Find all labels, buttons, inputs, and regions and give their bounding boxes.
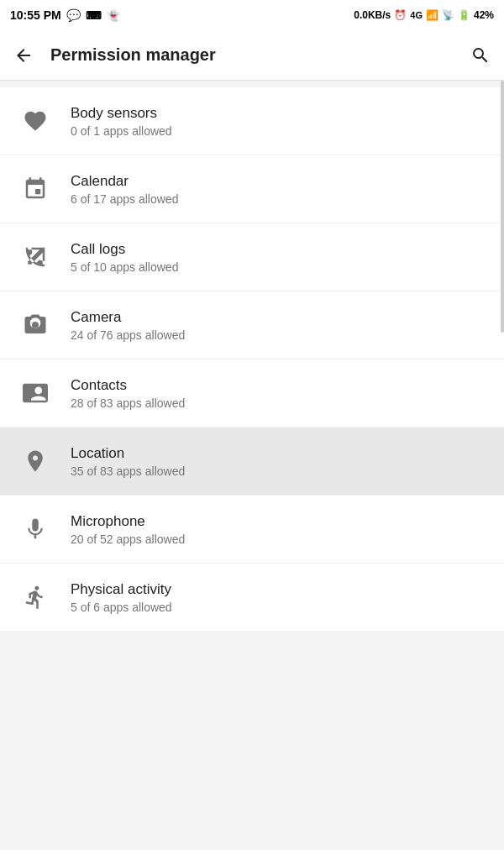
scroll-indicator[interactable] [501,81,504,333]
body-sensors-icon [17,102,54,139]
page-title: Permission manager [50,45,454,65]
body-sensors-desc: 0 of 1 apps allowed [71,124,172,138]
battery-percent: 42% [474,9,494,21]
contacts-icon [17,375,54,412]
permission-item-body-sensors[interactable]: Body sensors 0 of 1 apps allowed [0,87,504,155]
network-type-icon: 4G [410,10,423,20]
camera-icon [17,307,54,344]
contacts-desc: 28 of 83 apps allowed [71,396,185,410]
alarm-icon: ⏰ [394,9,407,21]
permission-list: Body sensors 0 of 1 apps allowed Calenda… [0,87,504,631]
calendar-text: Calendar 6 of 17 apps allowed [71,173,178,206]
physical-activity-name: Physical activity [71,581,172,598]
permission-item-calendar[interactable]: Calendar 6 of 17 apps allowed [0,155,504,223]
contacts-name: Contacts [71,377,185,394]
status-bar: 10:55 PM 💬 ⌨ 👻 0.0KB/s ⏰ 4G 📶 📡 🔋 42% [0,0,504,30]
calendar-desc: 6 of 17 apps allowed [71,192,178,206]
keyboard-icon: ⌨ [86,9,102,22]
signal-icon: 📶 [426,9,438,21]
wifi-icon: 📡 [442,9,454,21]
contacts-text: Contacts 28 of 83 apps allowed [71,377,185,410]
body-sensors-name: Body sensors [71,105,172,122]
call-logs-text: Call logs 5 of 10 apps allowed [71,241,178,274]
camera-text: Camera 24 of 76 apps allowed [71,309,185,342]
permission-item-call-logs[interactable]: Call logs 5 of 10 apps allowed [0,223,504,291]
location-icon [17,443,54,480]
call-logs-icon [17,239,54,275]
search-button[interactable] [470,45,491,66]
permission-item-location[interactable]: Location 35 of 83 apps allowed [0,428,504,496]
microphone-text: Microphone 20 of 52 apps allowed [71,513,185,546]
permission-item-contacts[interactable]: Contacts 28 of 83 apps allowed [0,359,504,428]
status-right: 0.0KB/s ⏰ 4G 📶 📡 🔋 42% [354,9,494,21]
microphone-name: Microphone [71,513,185,530]
physical-activity-text: Physical activity 5 of 6 apps allowed [71,581,172,614]
call-logs-name: Call logs [71,241,178,258]
status-time: 10:55 PM [10,8,61,22]
snapchat-icon: 👻 [107,9,120,22]
network-speed: 0.0KB/s [354,9,391,21]
header: Permission manager [0,30,504,81]
back-button[interactable] [13,45,34,66]
location-text: Location 35 of 83 apps allowed [71,445,185,478]
permission-item-microphone[interactable]: Microphone 20 of 52 apps allowed [0,496,504,564]
status-left: 10:55 PM 💬 ⌨ 👻 [10,8,120,22]
call-logs-desc: 5 of 10 apps allowed [71,260,178,274]
body-sensors-text: Body sensors 0 of 1 apps allowed [71,105,172,138]
calendar-icon [17,171,54,207]
location-desc: 35 of 83 apps allowed [71,464,185,478]
microphone-desc: 20 of 52 apps allowed [71,533,185,546]
camera-name: Camera [71,309,185,326]
camera-desc: 24 of 76 apps allowed [71,328,185,342]
battery-icon: 🔋 [458,9,470,21]
microphone-icon [17,511,54,548]
permission-item-camera[interactable]: Camera 24 of 76 apps allowed [0,291,504,359]
physical-activity-desc: 5 of 6 apps allowed [71,601,172,614]
whatsapp-icon: 💬 [66,8,81,22]
physical-activity-icon [17,579,54,616]
permission-item-physical-activity[interactable]: Physical activity 5 of 6 apps allowed [0,564,504,631]
location-name: Location [71,445,185,462]
calendar-name: Calendar [71,173,178,190]
